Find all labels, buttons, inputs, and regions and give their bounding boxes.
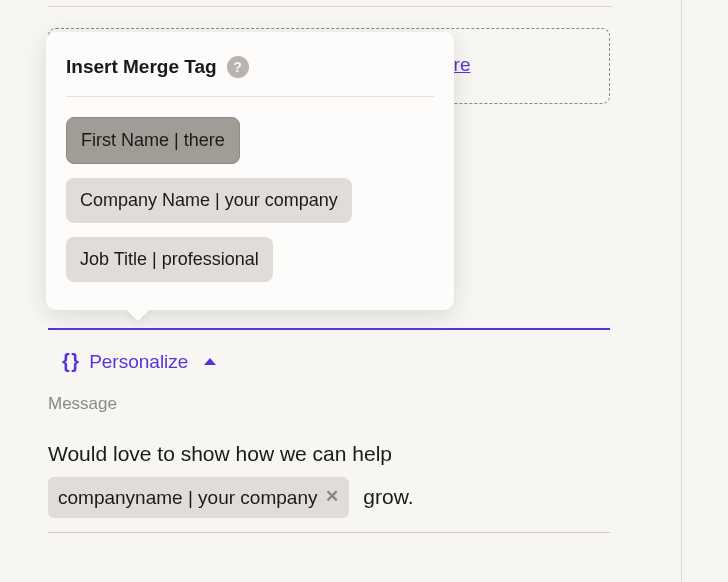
personalize-button[interactable]: { } Personalize (62, 350, 216, 373)
popup-title: Insert Merge Tag (66, 56, 217, 78)
personalize-label: Personalize (89, 351, 188, 373)
merge-tag-company-name[interactable]: Company Name | your company (66, 178, 352, 223)
merge-tag-popup: Insert Merge Tag ? First Name | there Co… (46, 32, 454, 310)
input-underline (48, 328, 610, 330)
message-body[interactable]: Would love to show how we can help compa… (48, 438, 610, 518)
message-text-prefix: Would love to show how we can help (48, 442, 392, 465)
chevron-up-icon (204, 358, 216, 365)
help-icon[interactable]: ? (227, 56, 249, 78)
merge-tag-job-title[interactable]: Job Title | professional (66, 237, 273, 282)
message-underline (48, 532, 610, 533)
merge-tag-first-name[interactable]: First Name | there (66, 117, 240, 164)
popup-header: Insert Merge Tag ? (66, 56, 434, 97)
popup-pointer-icon (127, 299, 150, 322)
message-field-label: Message (48, 394, 117, 414)
merge-tag-list: First Name | there Company Name | your c… (66, 117, 434, 282)
braces-icon: { } (62, 350, 77, 373)
message-merge-tag[interactable]: companyname | your company ✕ (48, 477, 349, 518)
message-text-suffix: grow. (363, 485, 413, 508)
section-top-border (48, 6, 612, 7)
panel-right-border (681, 0, 682, 582)
merge-tag-text: companyname | your company (58, 483, 317, 512)
close-icon[interactable]: ✕ (325, 484, 339, 510)
